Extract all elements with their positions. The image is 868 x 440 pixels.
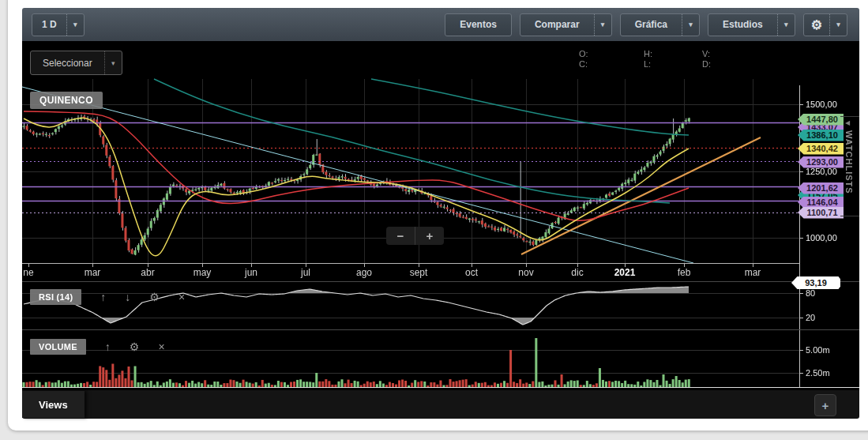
triangle-left-icon: ◀ [845,119,850,126]
compare-label: Comparar [520,14,594,36]
chart-type-label: Gráfica [621,14,682,36]
events-button[interactable]: Eventos [445,13,512,36]
symbol-badge: QUINENCO [30,92,103,109]
chart-type-button[interactable]: Gráfica ▾ [620,13,700,36]
period-label: 1 D [32,14,66,36]
chevron-down-icon[interactable]: ▾ [104,51,122,74]
y-axis-label: 1250,00 [806,167,837,176]
volume-panel-header: VOLUME ↑ ⚙ × [30,339,165,355]
watchlists-tab[interactable]: ◀ WATCHLISTS [840,116,859,216]
quote-col-hl: H: L: [644,49,652,70]
price-badge: 1386,10 [798,130,844,141]
close-label: C: [579,59,588,69]
chevron-down-icon[interactable]: ▾ [594,14,611,36]
price-badge: 1293,00 [798,156,844,168]
toolbar-right-group: Eventos Comparar ▾ Gráfica ▾ Estudios ▾ … [445,13,847,36]
high-label: H: [644,49,652,58]
rsi-value-badge: 93,19 [791,276,840,289]
events-label: Eventos [445,14,511,36]
chevron-down-icon[interactable]: ▾ [682,14,699,36]
zoom-out-button[interactable]: − [386,227,415,245]
price-badge: 1447,80 [798,114,844,126]
x-axis-label: feb [678,267,691,278]
symbol-select-label: Seleccionar [31,51,104,74]
gear-icon[interactable]: ⚙ [130,340,140,353]
chevron-down-icon[interactable]: ▾ [66,14,84,36]
date-label: D: [702,59,711,69]
add-panel-button[interactable]: + [814,394,836,416]
volume-label: V: [702,49,710,58]
x-axis-label: mar [745,267,761,278]
arrow-up-icon[interactable]: ↑ [105,340,111,353]
zoom-controls: − + [386,227,444,245]
price-badge: 1146,04 [798,197,844,209]
x-axis-label: ago [356,267,372,278]
y-axis-label: 1000,00 [806,233,837,243]
open-label: O: [579,49,588,58]
price-badge: 1201,62 [798,182,844,194]
studies-button[interactable]: Estudios ▾ [708,13,795,36]
chart-area: Seleccionar ▾ O: C: H: L: V: D: [22,41,859,390]
chart-application: 1 D ▾ Eventos Comparar ▾ Gráfica ▾ Estud… [22,8,859,419]
volume-study-label[interactable]: VOLUME [30,339,86,355]
x-axis-label: jun [245,267,257,278]
x-axis-label: may [194,267,212,278]
rsi-tick-label: 80 [806,288,815,298]
app-card: 1 D ▾ Eventos Comparar ▾ Gráfica ▾ Estud… [8,0,868,431]
symbol-select[interactable]: Seleccionar ▾ [30,51,122,75]
period-button[interactable]: 1 D ▾ [32,13,85,36]
footer-bar: Views + [22,390,859,419]
x-axis-label: 2021 [614,267,636,278]
x-axis-label: nov [518,267,533,278]
close-icon[interactable]: × [158,340,164,353]
x-axis-label: mar [85,267,101,278]
x-axis-label: oct [465,267,478,278]
studies-label: Estudios [708,14,777,36]
arrow-down-icon[interactable]: ↓ [125,291,130,303]
rsi-panel-header: RSI (14) ↑ ↓ ⚙ × [30,289,185,305]
volume-tick-label: 5.00m [806,345,830,355]
price-badge: 1100,71 [798,207,844,219]
volume-tick-label: 2.50m [806,368,830,378]
gear-icon[interactable]: ⚙ [149,291,160,303]
zoom-in-button[interactable]: + [415,227,444,245]
y-axis-label: 1500,00 [806,100,837,109]
rsi-tick-label: 20 [806,313,815,322]
x-axis-label: ne [23,267,33,278]
x-axis-label: abr [141,267,154,278]
top-toolbar: 1 D ▾ Eventos Comparar ▾ Gráfica ▾ Estud… [22,8,859,41]
low-label: L: [644,59,651,69]
x-axis-label: sept [410,267,428,278]
views-tab[interactable]: Views [22,391,85,418]
chevron-down-icon[interactable]: ▾ [829,14,847,36]
close-icon[interactable]: × [178,291,185,303]
rsi-label[interactable]: RSI (14) [30,289,81,305]
chart-canvas[interactable] [22,41,859,390]
price-badge: 1340,42 [798,143,844,155]
quote-col-oc: O: C: [579,49,588,70]
x-axis-label: jul [301,267,310,278]
chevron-down-icon[interactable]: ▾ [777,14,795,36]
watchlists-label: WATCHLISTS [844,130,854,194]
compare-button[interactable]: Comparar ▾ [520,13,612,36]
arrow-up-icon[interactable]: ↑ [100,291,106,303]
quote-col-vd: V: D: [702,49,711,70]
x-axis-label: dic [571,267,583,278]
gear-icon[interactable]: ⚙ [804,14,829,36]
settings-button[interactable]: ⚙ ▾ [803,13,847,36]
